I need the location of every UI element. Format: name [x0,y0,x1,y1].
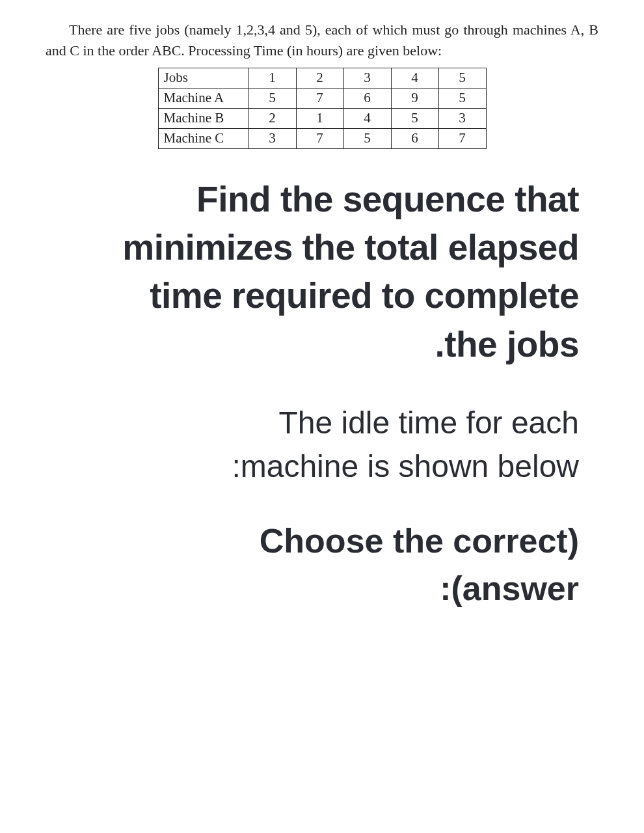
table-cell: 1 [296,108,343,128]
table-row-label: Machine B [158,108,248,128]
table-cell: 3 [248,128,296,148]
question-block: Find the sequence that minimizes the tot… [39,175,605,612]
table-cell: 3 [438,108,486,128]
table-row-label: Machine A [158,88,248,108]
table-cell: 9 [391,88,438,108]
question-main-line: Find the sequence that [196,179,579,219]
table-cell: 5 [391,108,438,128]
table-header-cell: 1 [248,68,296,88]
question-choose-line: :(answer [440,569,579,607]
question-sub-line: The idle time for each [278,405,579,440]
table-header-jobs: Jobs [158,68,248,88]
question-sub-line: :machine is shown below [232,449,579,484]
table-header-cell: 2 [296,68,343,88]
table-cell: 5 [438,88,486,108]
table-cell: 5 [343,128,391,148]
table-header-cell: 5 [438,68,486,88]
table-cell: 2 [248,108,296,128]
table-row: Machine B 2 1 4 5 3 [158,108,486,128]
problem-statement: There are five jobs (namely 1,2,3,4 and … [46,20,598,61]
question-main-line: .the jobs [435,324,579,364]
table-cell: 6 [391,128,438,148]
table-cell: 6 [343,88,391,108]
table-row: Machine A 5 7 6 9 5 [158,88,486,108]
question-main: Find the sequence that minimizes the tot… [39,175,579,368]
question-choose: Choose the correct) :(answer [39,517,579,612]
table-cell: 7 [296,128,343,148]
table-row-label: Machine C [158,128,248,148]
page-content: There are five jobs (namely 1,2,3,4 and … [0,0,644,625]
table-row: Machine C 3 7 5 6 7 [158,128,486,148]
table-cell: 4 [343,108,391,128]
table-header-cell: 3 [343,68,391,88]
question-main-line: time required to complete [150,275,579,316]
question-sub: The idle time for each :machine is shown… [39,401,579,488]
table-header-cell: 4 [391,68,438,88]
question-choose-line: Choose the correct) [260,522,579,560]
processing-time-table: Jobs 1 2 3 4 5 Machine A 5 7 6 9 5 Machi… [158,68,487,149]
processing-time-table-wrap: Jobs 1 2 3 4 5 Machine A 5 7 6 9 5 Machi… [39,68,605,149]
table-cell: 7 [296,88,343,108]
question-main-line: minimizes the total elapsed [122,227,579,267]
table-cell: 5 [248,88,296,108]
table-header-row: Jobs 1 2 3 4 5 [158,68,486,88]
table-cell: 7 [438,128,486,148]
